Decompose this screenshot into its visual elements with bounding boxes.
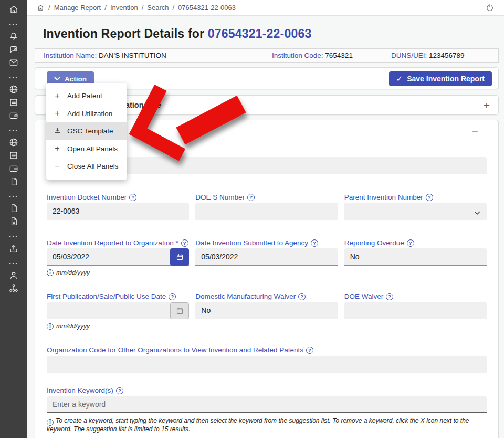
field-label: Date Invention Submitted to Agency? — [195, 238, 338, 247]
menu-item-label: GSC Template — [67, 127, 113, 135]
keyword-note: iTo create a keyword, start typing the k… — [47, 416, 487, 433]
expand-panel-icon[interactable]: + — [484, 99, 490, 112]
globe-icon — [8, 137, 19, 150]
report-number: 07654321-22-0063 — [208, 27, 312, 40]
sidebar-item-reports[interactable] — [0, 97, 27, 110]
calendar-button-disabled[interactable] — [170, 302, 189, 319]
breadcrumb-item-search[interactable]: Search — [147, 4, 169, 12]
sidebar-item-profile[interactable] — [0, 269, 27, 283]
field-label: Organization Code for Other Organization… — [47, 346, 487, 354]
menu-item-label: Add Utilization — [67, 110, 112, 118]
sidebar-item-organization[interactable] — [0, 283, 27, 296]
field-label: Invention Keyword(s)? — [47, 386, 487, 395]
plus-icon: + — [53, 109, 61, 118]
sidebar-item-chat[interactable] — [0, 44, 27, 57]
field-label: Reporting Overdue? — [344, 238, 487, 247]
download-icon — [53, 127, 61, 136]
date-reported-input[interactable]: 05/03/2022 — [47, 248, 189, 266]
save-button-label: Save Invention Report — [407, 75, 485, 83]
institution-name: Institution Name: DAN'S INSTITUTION — [44, 51, 166, 59]
action-button-label: Action — [65, 75, 87, 83]
envelope-icon — [8, 57, 19, 70]
sidebar: ··· ··· ··· ··· ··· ··· — [0, 0, 27, 438]
date-submitted-input[interactable]: 05/03/2022 — [195, 248, 338, 266]
file-icon — [9, 176, 19, 189]
sidebar-item-home[interactable] — [0, 4, 27, 17]
menu-item-label: Add Patent — [67, 92, 102, 100]
help-icon[interactable]: ? — [311, 239, 318, 247]
sidebar-item-mail[interactable] — [0, 57, 27, 70]
section-ellipsis-icon: ··· — [0, 72, 27, 84]
collapse-panel-icon[interactable]: − — [472, 126, 478, 138]
keyword-input[interactable]: Enter a keyword — [47, 396, 487, 413]
duns-uei: DUNS/UEI: 123456789 — [391, 51, 465, 59]
page-title-text: Invention Report Details for — [43, 27, 208, 40]
menu-item-close-all-panels[interactable]: − Close All Panels — [46, 158, 127, 175]
reporting-overdue-input[interactable]: No — [344, 248, 487, 266]
parent-invention-number-select[interactable] — [344, 203, 487, 220]
first-publication-date-input[interactable] — [47, 302, 189, 319]
sidebar-item-web[interactable] — [0, 84, 27, 97]
institution-bar: Institution Name: DAN'S INSTITUTION Inst… — [35, 48, 499, 63]
help-icon[interactable]: ? — [407, 239, 414, 247]
field-label: Date Invention Reported to Organization … — [47, 238, 189, 247]
top-bar: / Manage Report / Invention / Search / 0… — [27, 0, 504, 16]
field-label: DOE Waiver? — [344, 292, 487, 301]
doe-s-number-input[interactable] — [195, 203, 338, 220]
help-icon[interactable]: ? — [169, 293, 176, 300]
section-ellipsis-icon: ··· — [0, 125, 27, 137]
action-dropdown-menu: + Add Patent + Add Utilization GSC Templ… — [46, 83, 127, 180]
help-icon[interactable]: ? — [181, 239, 188, 247]
sidebar-item-upload[interactable] — [0, 243, 27, 256]
help-icon[interactable]: ? — [306, 347, 313, 354]
document-list-icon — [8, 150, 19, 163]
sidebar-item-reports-2[interactable] — [0, 150, 27, 163]
menu-item-gsc-template[interactable]: GSC Template — [46, 122, 127, 140]
help-icon[interactable]: ? — [116, 387, 123, 394]
field-label: Domestic Manufacturing Waiver? — [195, 292, 338, 301]
person-icon — [8, 270, 19, 283]
breadcrumb-separator: / — [48, 4, 50, 12]
domestic-manufacturing-waiver-input[interactable]: No — [195, 302, 338, 319]
help-icon[interactable]: ? — [298, 293, 306, 300]
institution-code: Institution Code: 7654321 — [272, 51, 353, 59]
sidebar-item-web-2[interactable] — [0, 137, 27, 150]
sidebar-item-notifications[interactable] — [0, 30, 27, 44]
check-icon: ✓ — [396, 74, 403, 84]
menu-item-add-patent[interactable]: + Add Patent — [46, 87, 127, 105]
sidebar-item-wallet[interactable] — [0, 110, 27, 123]
globe-icon — [8, 84, 19, 97]
help-icon[interactable]: ? — [426, 194, 433, 201]
sidebar-item-wallet-2[interactable] — [0, 163, 27, 176]
sidebar-item-file[interactable] — [0, 176, 27, 189]
help-icon[interactable]: ? — [386, 293, 393, 300]
home-icon — [8, 4, 19, 17]
section-ellipsis-icon: ··· — [0, 19, 27, 30]
sidebar-item-pdf[interactable] — [0, 216, 27, 229]
chat-icon — [8, 44, 19, 57]
calendar-button[interactable] — [170, 248, 189, 266]
breadcrumb-item-invention[interactable]: Invention — [110, 4, 138, 12]
bell-icon — [8, 31, 19, 44]
plus-icon: + — [53, 92, 61, 100]
field-label: Invention Docket Number? — [47, 193, 189, 202]
document-list-icon — [8, 97, 19, 110]
sidebar-item-file-2[interactable] — [0, 203, 27, 216]
help-icon[interactable]: ? — [247, 194, 255, 201]
menu-item-add-utilization[interactable]: + Add Utilization — [46, 105, 127, 123]
doe-waiver-input[interactable] — [344, 302, 487, 319]
plus-icon: + — [53, 144, 61, 153]
menu-item-open-all-panels[interactable]: + Open All Panels — [46, 140, 127, 158]
field-label: First Publication/Sale/Public Use Date? — [47, 292, 189, 301]
help-icon[interactable]: ? — [129, 194, 136, 201]
power-button[interactable] — [485, 3, 495, 13]
page-title: Invention Report Details for 07654321-22… — [43, 27, 504, 41]
home-icon[interactable] — [37, 4, 45, 12]
section-ellipsis-icon: ··· — [0, 191, 27, 203]
breadcrumb-item-manage-report[interactable]: Manage Report — [54, 4, 101, 12]
organization-code-input[interactable] — [47, 356, 487, 373]
save-invention-report-button[interactable]: ✓ Save Invention Report — [389, 71, 492, 86]
invention-docket-number-input[interactable]: 22-0063 — [47, 203, 189, 220]
field-label: DOE S Number? — [195, 193, 338, 202]
field-label: Parent Invention Number? — [344, 193, 487, 202]
